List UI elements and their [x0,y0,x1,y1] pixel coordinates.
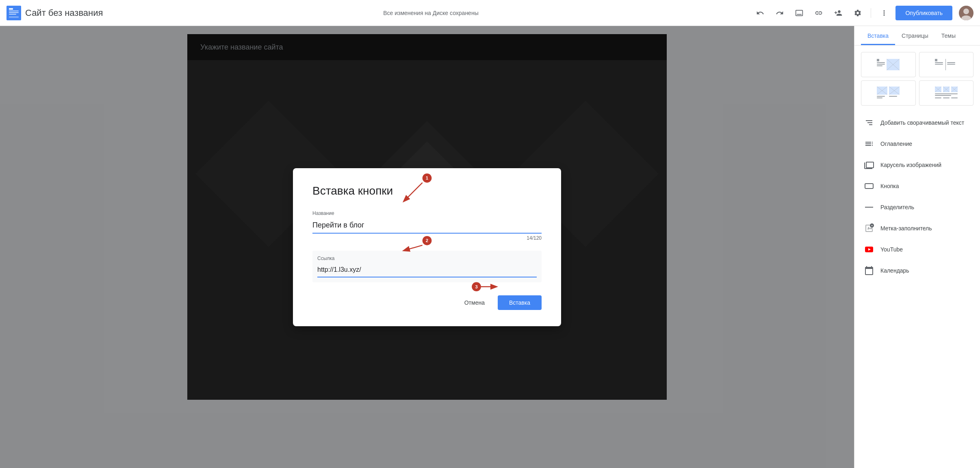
header-divider [871,8,871,18]
svg-line-20 [404,245,422,250]
insert-button[interactable]: Вставка [498,295,542,310]
sidebar-item-placeholder-label: Метка-заполнитель [880,225,932,232]
layout-option-1[interactable] [861,52,916,77]
svg-rect-26 [877,64,885,65]
svg-rect-25 [877,62,885,63]
name-input[interactable] [312,218,542,234]
sidebar-item-divider-label: Разделитель [880,204,914,210]
sidebar-item-placeholder[interactable]: + Метка-заполнитель [861,218,973,239]
svg-rect-31 [935,59,937,61]
carousel-icon [864,160,874,170]
sidebar-item-youtube[interactable]: YouTube [861,239,973,260]
layout-option-4[interactable] [919,80,974,106]
svg-text:3: 3 [475,284,477,289]
sidebar-item-toc-label: Оглавление [880,141,912,147]
modal-title: Вставка кнопки [312,184,542,197]
link-field: Ссылка [312,251,542,282]
redo-button[interactable] [772,5,788,21]
youtube-icon [864,245,874,254]
collapsible-icon [864,118,874,128]
header-actions: Опубликовать [752,5,973,21]
add-user-button[interactable] [830,5,846,21]
sidebar-item-carousel-label: Карусель изображений [880,162,941,168]
svg-rect-61 [865,207,873,208]
sidebar-item-calendar-label: Календарь [880,267,909,274]
svg-rect-5 [9,16,19,18]
calendar-icon [864,266,874,275]
more-button[interactable] [876,5,892,21]
placeholder-icon: + [864,223,874,233]
link-button[interactable] [811,5,827,21]
sidebar-item-youtube-label: YouTube [880,246,903,253]
right-sidebar: Вставка Страницы Темы [854,26,980,468]
sidebar-item-carousel[interactable]: Карусель изображений [861,154,973,176]
insert-button-modal: Вставка кнопки Название 14/120 Ссылка От… [293,168,561,326]
svg-rect-40 [877,96,885,97]
svg-rect-60 [865,184,873,188]
svg-point-15 [423,173,432,182]
svg-rect-55 [935,93,958,94]
tab-themes[interactable]: Темы [935,26,962,45]
link-label: Ссылка [317,256,537,261]
sidebar-item-collapsible[interactable]: Добавить сворачиваемый текст [861,112,973,133]
tab-insert[interactable]: Вставка [861,26,895,45]
layout-preview-3 [876,86,900,100]
cancel-button[interactable]: Отмена [458,296,491,309]
app-header: Сайт без названия Все изменения на Диске… [0,0,980,26]
main-container: Укажите название сайта Вставка кнопки [0,26,980,468]
save-status: Все изменения на Диске сохранены [109,10,752,16]
sidebar-item-divider[interactable]: Разделитель [861,197,973,218]
toc-icon [864,139,874,149]
sidebar-item-toc[interactable]: Оглавление [861,133,973,154]
svg-rect-3 [9,12,19,13]
sidebar-item-button[interactable]: Кнопка [861,176,973,197]
logo-area: Сайт без названия [7,6,103,20]
avatar[interactable] [959,6,973,20]
name-label: Название [312,210,542,216]
layout-preview-2 [934,57,958,72]
canvas-area: Укажите название сайта Вставка кнопки [0,26,854,468]
svg-rect-33 [935,64,943,65]
svg-rect-41 [877,98,882,98]
tab-pages[interactable]: Страницы [895,26,935,45]
sidebar-tabs: Вставка Страницы Темы [854,26,980,46]
layout-option-3[interactable] [861,80,916,106]
svg-rect-36 [947,64,955,65]
svg-rect-57 [935,98,941,98]
svg-rect-4 [9,14,16,15]
svg-rect-2 [9,11,19,11]
layout-preview-4 [934,86,958,100]
undo-button[interactable] [752,5,768,21]
svg-rect-1 [9,8,13,10]
sidebar-content: Добавить сворачиваемый текст Оглавление … [854,46,980,468]
svg-text:1: 1 [426,176,428,180]
svg-rect-59 [951,98,958,98]
layout-preview-1 [876,57,900,72]
svg-rect-27 [877,65,882,66]
char-count: 14/120 [312,235,542,241]
sidebar-item-collapsible-label: Добавить сворачиваемый текст [880,119,964,126]
svg-point-21 [472,282,481,291]
preview-button[interactable] [791,5,807,21]
svg-rect-24 [877,59,879,61]
settings-button[interactable] [850,5,866,21]
svg-rect-58 [943,98,950,98]
svg-rect-32 [935,62,943,63]
modal-overlay: Вставка кнопки Название 14/120 Ссылка От… [0,26,854,468]
modal-actions: Отмена Вставка [312,295,542,310]
layout-option-2[interactable] [919,52,974,77]
sidebar-item-button-label: Кнопка [880,183,899,189]
svg-rect-56 [935,95,951,96]
link-input[interactable] [317,263,537,277]
name-field: Название 14/120 [312,210,542,241]
svg-rect-35 [947,62,955,63]
svg-point-7 [963,9,969,14]
publish-button[interactable]: Опубликовать [895,6,952,20]
sites-logo-icon [7,6,21,20]
divider-icon [864,202,874,212]
svg-text:+: + [871,224,873,228]
button-icon [864,181,874,191]
sidebar-item-calendar[interactable]: Календарь [861,260,973,281]
layout-options-grid [861,52,973,106]
svg-rect-34 [945,59,946,70]
